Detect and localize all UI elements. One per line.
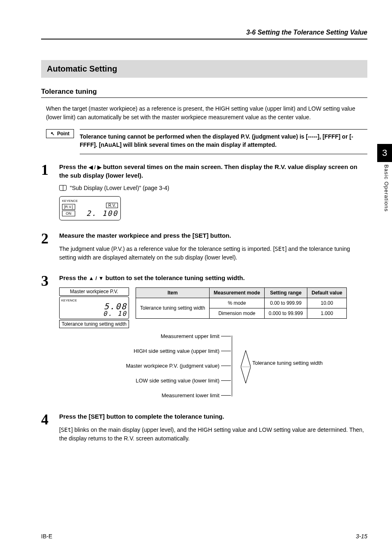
- tolerance-width-label: Tolerance tuning setting width: [252, 360, 323, 367]
- chapter-tab: 3: [377, 144, 392, 162]
- step-2-number: 2: [41, 231, 59, 246]
- step-2-desc: The judgment value (P.V.) as a reference…: [59, 245, 367, 262]
- step-4-title: Press the [SET] button to complete the t…: [59, 412, 367, 421]
- th-range: Setting range: [264, 287, 307, 298]
- step-3: 3 Press the ▲ / ▼ button to set the tole…: [41, 273, 367, 404]
- spec-table: Item Measurement mode Setting range Defa…: [136, 287, 347, 319]
- step-2-title: Measure the master workpiece and press t…: [59, 231, 367, 240]
- master-bottom-label: Tolerance tuning setting width: [59, 320, 129, 328]
- point-callout: ↖ Point Tolerance tuning cannot be perfo…: [46, 129, 367, 154]
- step-1-title-mid: button several times on the main screen.…: [59, 163, 357, 179]
- cell-r2-range: 0.000 to 99.999: [264, 308, 307, 318]
- subsection-title: Tolerance tuning: [41, 88, 367, 98]
- step-4: 4 Press the [SET] button to complete the…: [41, 412, 367, 447]
- point-label: ↖ Point: [46, 129, 74, 138]
- diagram-vertical-bar: [232, 336, 232, 396]
- step-1-number: 1: [41, 162, 59, 177]
- master-top-label: Master workpiece P.V.: [59, 287, 129, 296]
- step-3-title-prefix: Press the: [59, 274, 89, 281]
- diag-upper-limit: Measurement upper limit: [92, 333, 219, 339]
- th-default: Default value: [307, 287, 347, 298]
- reference-row: "Sub Display (Lower Level)" (page 3-4): [59, 185, 367, 191]
- segment-display-width: 0. 10: [61, 310, 127, 317]
- cell-r1-mode: % mode: [210, 298, 265, 308]
- footer-left: IB-E: [41, 533, 52, 540]
- reference-text: "Sub Display (Lower Level)" (page 3-4): [70, 185, 169, 191]
- step-1-title: Press the ◀ / ▶ button several times on …: [59, 162, 367, 180]
- left-right-arrow-icon: ◀ / ▶: [89, 164, 101, 170]
- book-icon: [59, 185, 67, 191]
- diag-low-setting: LOW side setting value (lower limit): [92, 378, 219, 384]
- step-2: 2 Measure the master workpiece and press…: [41, 231, 367, 266]
- step-4-number: 4: [41, 412, 59, 427]
- cell-r2-def: 1.000: [307, 308, 347, 318]
- step-4-desc: [SEt] blinks on the main display (upper …: [59, 426, 367, 443]
- step-1-title-prefix: Press the: [59, 163, 89, 170]
- step-3-number: 3: [41, 273, 59, 288]
- th-item: Item: [136, 287, 210, 298]
- cell-r1-range: 0.00 to 999.99: [264, 298, 307, 308]
- diamond-icon: [241, 350, 251, 383]
- tolerance-diagram: Measurement upper limit HIGH side settin…: [92, 333, 367, 399]
- point-text: Tolerance tuning cannot be performed whe…: [80, 129, 367, 154]
- th-mode: Measurement mode: [210, 287, 265, 298]
- point-label-text: Point: [57, 131, 69, 137]
- pointer-icon: ↖: [51, 131, 55, 137]
- step-3-title: Press the ▲ / ▼ button to set the tolera…: [59, 273, 367, 282]
- section-title: Automatic Setting: [41, 60, 367, 78]
- chapter-side-label: Basic Operations: [383, 164, 390, 212]
- on-label-box: ON: [62, 211, 75, 216]
- diag-lower-limit: Measurement lower limit: [92, 392, 219, 398]
- footer-page-number: 3-15: [356, 533, 367, 540]
- page-footer: IB-E 3-15: [41, 533, 367, 540]
- rv-label-box: [R.V.]: [62, 204, 75, 210]
- step-1: 1 Press the ◀ / ▶ button several times o…: [41, 162, 367, 224]
- master-workpiece-illustration: Master workpiece P.V. KEYENCE 5.08 0. 10…: [59, 287, 129, 328]
- diag-high-setting: HIGH side setting value (upper limit): [92, 348, 219, 354]
- step-3-title-suffix: button to set the tolerance tuning setti…: [104, 274, 244, 281]
- intro-text: When the target (master workpiece) as a …: [46, 104, 367, 122]
- device-brand: KEYENCE: [62, 199, 118, 203]
- cell-r2-mode: Dimension mode: [210, 308, 265, 318]
- rv-value-box: R.V.: [106, 203, 118, 208]
- segment-display-pv: 5.08: [61, 302, 127, 310]
- diag-master-pv: Master workpiece P.V. (judgment value): [92, 363, 219, 369]
- up-down-arrow-icon: ▲ / ▼: [89, 275, 104, 281]
- cell-r1-def: 10.00: [307, 298, 347, 308]
- cell-item: Tolerance tuning setting width: [136, 298, 210, 318]
- segment-display-1: 2. 100: [77, 209, 118, 218]
- page-header: 3-6 Setting the Tolerance Setting Value: [41, 29, 367, 39]
- device-brand-2: KEYENCE: [61, 299, 77, 302]
- device-illustration-1: KEYENCE [R.V.] ON R.V. 2. 100: [59, 196, 121, 220]
